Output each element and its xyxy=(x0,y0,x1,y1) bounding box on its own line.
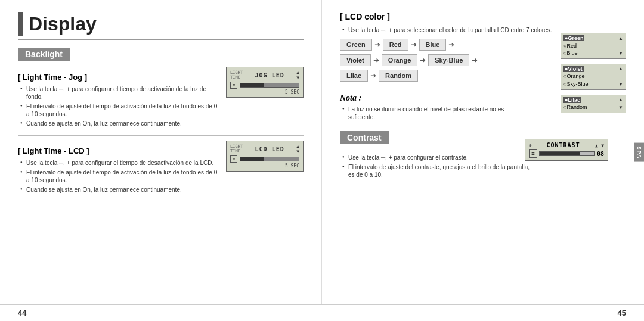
jog-led-display: LIGHTTIME JOG LED ▲ ▼ ≡ 5 SEC xyxy=(226,67,304,98)
lcd-color-row: ●Lilac ▲ xyxy=(564,96,623,104)
bullet-item: Cuando se ajusta en On, la luz permanece… xyxy=(20,186,220,194)
arrow-icon: ➜ xyxy=(373,56,379,64)
contrast-display: ◑ CONTRAST ▲ ▼ ≡ 08 xyxy=(525,139,608,161)
bullet-item: Cuando se ajusta en On, la luz permanece… xyxy=(20,120,220,127)
color-row-1: Green ➜ Red ➜ Blue ➜ xyxy=(340,39,531,51)
contrast-bullet-1: Use la tecla ─, + para configurar el con… xyxy=(342,154,531,161)
nota-bullet: La luz no se ilumina cuando el nivel de … xyxy=(342,105,531,121)
contrast-bar-row: ≡ 08 xyxy=(529,149,604,158)
color-flow-container: Green ➜ Red ➜ Blue ➜ Violet ➜ Orange ➜ S… xyxy=(340,39,531,82)
lcd-led-title: LCD LED xyxy=(255,146,284,152)
color-green: Green xyxy=(340,39,372,51)
arrow-icon: ➜ xyxy=(448,40,454,49)
contrast-header: Contrast xyxy=(340,131,389,144)
contrast-icon: ≡ xyxy=(529,149,537,158)
lcd-icon: ≡ xyxy=(230,82,237,89)
arrow-icon: ➜ xyxy=(370,71,376,80)
title-area: Display xyxy=(18,12,304,40)
page-title: Display xyxy=(29,13,97,35)
bullet-item: Use la tecla ─, + para configurar el tie… xyxy=(20,159,220,167)
lcd-color-row: ●Violet ▲ xyxy=(564,66,623,73)
contrast-bullet-2: El intervalo de ajuste del contraste, qu… xyxy=(342,163,531,179)
divider2 xyxy=(340,126,614,126)
lcd-color-row: ○Orange xyxy=(564,73,623,80)
light-time-jog-block: [ Light Time - Jog ] Use la tecla ─, + p… xyxy=(18,67,304,129)
color-blue: Blue xyxy=(419,39,447,51)
lcd-led-time: 5 SEC xyxy=(230,163,299,169)
color-skyblue: Sky-Blue xyxy=(428,54,469,66)
bullet-item: Use la tecla ─, + para configurar el tie… xyxy=(20,85,220,101)
arrow-icon: ➜ xyxy=(472,56,478,64)
title-accent xyxy=(18,12,23,36)
page-left: Display Backlight [ Light Time - Jog ] U… xyxy=(0,0,322,304)
contrast-section: Contrast Use la tecla ─, + para configur… xyxy=(340,131,626,179)
arrow-icon: ➜ xyxy=(411,40,417,49)
light-time-lcd-text: [ Light Time - LCD ] Use la tecla ─, + p… xyxy=(18,141,220,195)
color-red: Red xyxy=(383,39,408,51)
arrow-icon: ➜ xyxy=(420,56,426,64)
light-time-lcd-bullets: Use la tecla ─, + para configurar el tie… xyxy=(18,159,220,194)
nota-bullets: La luz no se ilumina cuando el nivel de … xyxy=(340,105,531,121)
color-orange: Orange xyxy=(382,54,418,66)
lcd-color-group-2: ●Violet ▲ ○Orange ○Sky-Blue ▼ xyxy=(561,64,626,90)
bullet-item: El intervalo de ajuste del tiempo de act… xyxy=(20,169,220,184)
light-time-lcd-block: [ Light Time - LCD ] Use la tecla ─, + p… xyxy=(18,141,304,195)
lcd-color-group-3: ●Lilac ▲ ○Random ▼ xyxy=(561,95,626,113)
page-right: SPA [ LCD color ] Use la tecla ─, + para… xyxy=(322,0,644,304)
color-selected-violet: ●Violet xyxy=(564,66,584,72)
light-time-lcd-title: [ Light Time - LCD ] xyxy=(18,147,220,155)
contrast-bar xyxy=(539,151,595,156)
divider xyxy=(18,135,304,136)
color-violet: Violet xyxy=(340,54,371,66)
nota-section: Nota : La luz no se ilumina cuando el ni… xyxy=(340,94,531,121)
lcd-bar xyxy=(240,83,299,88)
color-row-2: Violet ➜ Orange ➜ Sky-Blue ➜ xyxy=(340,54,531,66)
jog-led-time: 5 SEC xyxy=(230,89,299,95)
lcd-color-row: ○Sky-Blue ▼ xyxy=(564,80,623,88)
color-random: Random xyxy=(379,70,418,82)
lcd-color-panel: ●Green ▲ ○Red ○Blue ▼ ●Violet ▲ ○Oran xyxy=(561,33,626,116)
color-selected-green: ●Green xyxy=(564,35,584,41)
contrast-value: 08 xyxy=(597,151,604,157)
page-num-right: 45 xyxy=(322,308,644,317)
lcd-color-row: ●Green ▲ xyxy=(564,35,623,42)
lcd-color-row: ○Random ▼ xyxy=(564,104,623,111)
light-time-jog-title: [ Light Time - Jog ] xyxy=(18,73,220,82)
lcd-color-group-1: ●Green ▲ ○Red ○Blue ▼ xyxy=(561,33,626,59)
light-time-jog-bullets: Use la tecla ─, + para configurar el tie… xyxy=(18,85,220,127)
contrast-display-title: CONTRAST xyxy=(546,142,580,148)
lcd-color-row: ○Red xyxy=(564,42,623,50)
lcd-color-title: [ LCD color ] xyxy=(340,12,626,21)
nota-title: Nota : xyxy=(340,94,531,103)
lcd-icon2: ≡ xyxy=(230,155,237,163)
light-time-jog-text: [ Light Time - Jog ] Use la tecla ─, + p… xyxy=(18,67,220,129)
lcd-color-row: ○Blue ▼ xyxy=(564,49,623,57)
bullet-item: El intervalo de ajuste del tiempo de act… xyxy=(20,102,220,118)
jog-led-title: JOG LED xyxy=(255,72,284,79)
contrast-display-header: ◑ CONTRAST ▲ ▼ xyxy=(529,142,604,148)
arrow-icon: ➜ xyxy=(374,40,380,49)
color-row-3: Lilac ➜ Random xyxy=(340,70,531,82)
spa-tab: SPA xyxy=(634,142,644,162)
lcd-bar2 xyxy=(240,157,299,161)
lcd-led-display: LIGHTTIME LCD LED ▲ ▼ ≡ 5 SEC xyxy=(226,141,304,172)
color-selected-lilac: ●Lilac xyxy=(564,97,581,103)
color-lilac: Lilac xyxy=(340,70,368,82)
contrast-bullets: Use la tecla ─, + para configurar el con… xyxy=(340,154,531,179)
page-num-left: 44 xyxy=(0,308,322,317)
backlight-header: Backlight xyxy=(18,48,70,61)
page-footer: 44 45 xyxy=(0,304,644,321)
